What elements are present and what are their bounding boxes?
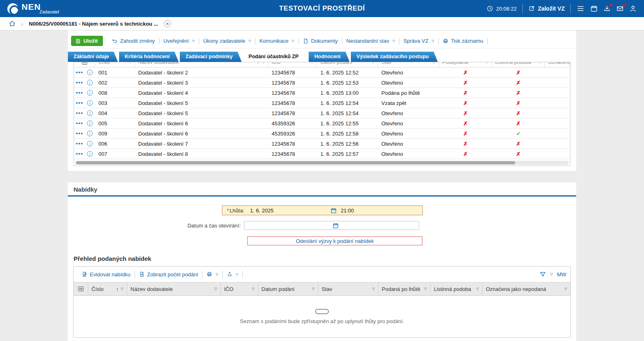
column-header-cislo[interactable]: Číslo▽ xyxy=(95,62,135,68)
lhuta-date-value[interactable]: 1. 6. 2025 xyxy=(248,208,331,214)
row-info-button[interactable]: i xyxy=(85,151,95,157)
column-header-datum-podani[interactable]: Datum podání▽ xyxy=(258,282,318,295)
tab-kriteria-hodnoceni[interactable]: Kritéria hodnocení xyxy=(119,52,178,62)
toolbar-item-sprava-vz[interactable]: Správa VZ▽ xyxy=(399,38,438,44)
divider xyxy=(522,4,523,13)
row-menu-button[interactable] xyxy=(74,153,85,155)
menu-icon[interactable] xyxy=(577,4,585,13)
chevron-down-icon[interactable]: ▽ xyxy=(550,272,553,276)
mail-icon[interactable] xyxy=(616,5,624,12)
toolbar-item-dokumenty[interactable]: Dokumenty xyxy=(299,38,342,44)
view-mode-label[interactable]: MW xyxy=(557,271,566,278)
nabidky-toolbar-print-icon[interactable]: ▽ xyxy=(202,271,222,277)
row-menu-button[interactable] xyxy=(74,92,85,94)
close-icon[interactable]: ✕ xyxy=(164,20,171,27)
filter-icon[interactable] xyxy=(540,271,546,278)
row-info-button[interactable]: i xyxy=(85,110,95,116)
breadcrumb-item[interactable]: N006/25/V00005181 - Nájem serverů s tech… xyxy=(29,21,158,27)
scrollbar-track[interactable] xyxy=(75,161,569,165)
toolbar-item-uverejneni[interactable]: Uveřejnění▽ xyxy=(159,38,199,44)
tab-hodnoceni[interactable]: Hodnocení xyxy=(309,52,350,62)
column-header-oznacena-jako-nepodana[interactable]: Označena jako nepodaná▽ xyxy=(545,62,570,68)
row-menu-button[interactable] xyxy=(74,143,85,144)
oteviranie-input[interactable] xyxy=(244,221,419,230)
column-header-nazev-dodavatele[interactable]: Název dodavatele↑▽ xyxy=(135,62,268,68)
calendar-icon[interactable] xyxy=(333,223,339,229)
calendar-icon[interactable] xyxy=(590,5,598,12)
user-icon[interactable] xyxy=(629,5,637,12)
download-icon[interactable] xyxy=(603,5,611,12)
nen-logo[interactable]: NEN Zadavatel xyxy=(7,3,59,14)
row-info-button[interactable]: i xyxy=(85,80,95,85)
column-header-oznacena-jako-nepodana[interactable]: Označena jako nepodaná▽ xyxy=(483,282,570,295)
chevron-down-icon: ▽ xyxy=(432,39,434,43)
empty-icon xyxy=(315,309,329,314)
toolbar-item-zahodit-zmeny[interactable]: Zahodit změny xyxy=(108,38,159,44)
column-header-stav[interactable]: Stav▽ xyxy=(318,282,379,295)
table-row[interactable]: i006Dodavatel - školení 7123456781. 6. 2… xyxy=(74,139,570,149)
column-header-label: Označena jako nepodaná xyxy=(486,286,562,292)
table-row[interactable]: i004Dodavatel - školení 5123456781. 6. 2… xyxy=(74,108,570,118)
cell-cislo: 009 xyxy=(95,131,135,137)
column-header-nazev-dodavatele[interactable]: Název dodavatele▽ xyxy=(127,282,221,295)
toolbar-item-komunikace[interactable]: Komunikace▽ xyxy=(255,38,298,44)
odeslani-vyzvy-button[interactable]: Odeslání výzvy k podání nabídek xyxy=(247,236,422,245)
row-info-button[interactable]: i xyxy=(85,131,95,136)
column-header-ico[interactable]: IČO▽ xyxy=(221,282,258,295)
filter-icon: ▽ xyxy=(485,62,488,64)
column-header-cislo[interactable]: Číslo↑▽ xyxy=(88,282,127,295)
column-header-ico[interactable]: IČO▽ xyxy=(268,62,317,68)
info-icon: i xyxy=(87,100,93,106)
row-menu-button[interactable] xyxy=(74,102,85,104)
toolbar-item-label: Tisk záznamu xyxy=(451,38,483,44)
row-menu-button[interactable] xyxy=(74,133,85,134)
row-info-button[interactable]: i xyxy=(85,141,95,146)
row-menu-button[interactable] xyxy=(74,112,85,114)
nabidky-toolbar-evidovat-nabidku[interactable]: Evidovat nabídku xyxy=(78,271,135,278)
record-panel: Uložit Zahodit změnyUveřejnění▽Úkony zad… xyxy=(68,31,576,171)
lhuta-time-value[interactable]: 21:00 xyxy=(337,208,354,214)
table-row[interactable]: i007Dodavatel - školení 8123456781. 6. 2… xyxy=(74,149,570,159)
calendar-icon[interactable] xyxy=(331,208,337,214)
zalozit-vz-button[interactable]: Založit VZ xyxy=(529,5,565,12)
toolbar-item-label: Zobrazit počet podání xyxy=(147,271,198,278)
table-row[interactable]: i001Dodavatel - školení 2123456781. 6. 2… xyxy=(74,68,570,78)
row-menu-button[interactable] xyxy=(74,72,85,73)
column-header-stav[interactable]: Stav▽ xyxy=(378,62,439,68)
tab-zadavaci-podminky[interactable]: Zadávací podmínky xyxy=(180,52,242,62)
column-header-listinna-podoba[interactable]: Listinná podoba▽ xyxy=(492,62,545,68)
row-menu-button[interactable] xyxy=(74,82,85,83)
column-header-datum-podani[interactable]: Datum podání▽ xyxy=(317,62,378,68)
lhuta-field[interactable]: *Lhůta: 1. 6. 2025 21:00 xyxy=(222,205,423,215)
scrollbar-thumb[interactable] xyxy=(76,161,515,164)
column-header-listinna-podoba[interactable]: Listinná podoba▽ xyxy=(431,282,483,295)
tab-vysledek-zadavaciho-postupu[interactable]: Výsledek zadávacího postupu xyxy=(351,52,438,62)
row-info-button[interactable]: i xyxy=(85,100,95,106)
table-row[interactable]: i005Dodavatel - školení 6453593261. 6. 2… xyxy=(74,118,570,129)
cell-listinna-podoba: ✗ xyxy=(492,100,545,106)
row-info-button[interactable]: i xyxy=(85,90,95,96)
toolbar-item-tisk-zaznamu[interactable]: Tisk záznamu xyxy=(439,38,487,44)
table-row[interactable]: i009Dodavatel - školení 6453593261. 6. 2… xyxy=(74,129,570,139)
tab-zakladni-udaje[interactable]: Základní údaje xyxy=(68,52,118,62)
cell-ico: 12345678 xyxy=(268,110,317,116)
toolbar-item-nestandardni-stav[interactable]: Nestandardní stav▽ xyxy=(342,38,399,44)
tab-podani-ucastniku-zp[interactable]: Podání účastníků ZP xyxy=(243,52,307,62)
table-row[interactable]: i008Dodavatel - školení 4123456781. 6. 2… xyxy=(74,88,570,98)
row-menu-button[interactable] xyxy=(74,122,85,124)
column-header-podana-po-lhute[interactable]: Podaná po lhůtě▽ xyxy=(379,282,431,295)
home-icon[interactable] xyxy=(9,20,15,27)
column-header-podepsana[interactable]: Podepsána▽ xyxy=(439,62,492,68)
horizontal-scrollbar[interactable] xyxy=(74,159,570,166)
row-info-button[interactable]: i xyxy=(85,120,95,126)
save-button[interactable]: Uložit xyxy=(71,36,103,46)
toolbar-item-ukony-zadavatele[interactable]: Úkony zadavatele▽ xyxy=(199,38,255,44)
divider xyxy=(487,38,488,44)
nabidky-toolbar-export-icon[interactable]: ▽ xyxy=(223,271,242,277)
table-row[interactable]: i003Dodavatel - školení 5123456781. 6. 2… xyxy=(74,98,570,108)
column-settings-icon[interactable] xyxy=(74,62,95,68)
row-info-button[interactable]: i xyxy=(85,70,95,75)
table-row[interactable]: i002Dodavatel - školení 3123456781. 6. 2… xyxy=(74,78,570,88)
column-settings-icon[interactable] xyxy=(74,282,88,295)
nabidky-toolbar-zobrazit-pocet-podani[interactable]: Zobrazit počet podání xyxy=(135,271,202,278)
